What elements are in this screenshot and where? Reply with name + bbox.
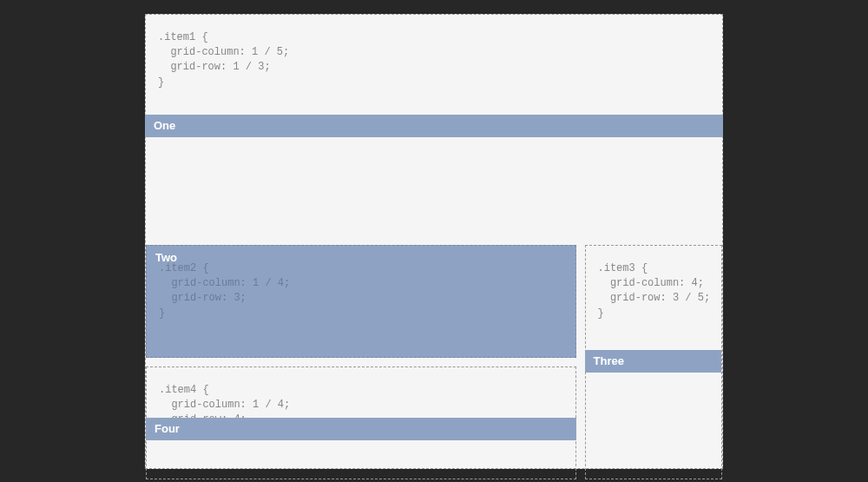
label-one: One bbox=[154, 119, 175, 132]
grid-item-three: .item3 { grid-column: 4; grid-row: 3 / 5… bbox=[585, 245, 723, 479]
label-three: Three bbox=[594, 354, 624, 367]
code-item1: .item1 { grid-column: 1 / 5; grid-row: 1… bbox=[146, 15, 722, 100]
grid-item-one: .item1 { grid-column: 1 / 5; grid-row: 1… bbox=[146, 15, 722, 236]
label-bar-three: Three bbox=[585, 350, 722, 373]
grid-item-two: Two .item2 { grid-column: 1 / 4; grid-ro… bbox=[146, 245, 576, 358]
grid-example-page: .item1 { grid-column: 1 / 5; grid-row: 1… bbox=[145, 14, 723, 469]
grid-item-four: .item4 { grid-column: 1 / 4; grid-row: 4… bbox=[146, 366, 576, 479]
label-bar-four: Four bbox=[146, 418, 576, 440]
label-bar-one: One bbox=[145, 115, 723, 137]
code-item2: .item2 { grid-column: 1 / 4; grid-row: 3… bbox=[147, 246, 575, 331]
label-four: Four bbox=[155, 422, 180, 435]
code-item3: .item3 { grid-column: 4; grid-row: 3 / 5… bbox=[586, 246, 722, 331]
